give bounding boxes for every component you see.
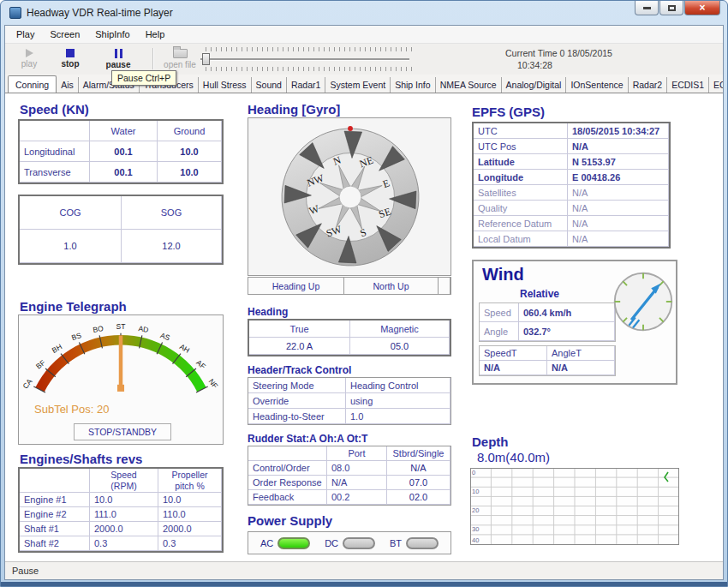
rudder-order-response-stbrd: 07.0	[387, 476, 451, 490]
pause-button[interactable]: pause	[98, 45, 139, 72]
power-label-ac: AC	[260, 538, 273, 548]
engines-section-title: Engines/Shafts revs	[20, 452, 142, 466]
power-pill-2	[406, 537, 439, 549]
slider-track[interactable]	[200, 58, 409, 61]
tab-nmea-source[interactable]: NMEA Source	[436, 77, 502, 93]
depth-graph: 0 10 20 30 40	[470, 468, 679, 545]
track-heading-to-steer-value: 1.0	[346, 409, 451, 424]
wind-subtitle: Relative	[520, 288, 559, 300]
power-panel: AC DC BT	[248, 531, 451, 554]
telegraph-label-as: AS	[159, 331, 171, 342]
heading-magnetic-value: 05.0	[350, 338, 450, 355]
speed-transverse-ground: 10.0	[158, 162, 222, 183]
status-bar: Pause	[5, 561, 723, 579]
compass-rose: N NE E SE S SW W NW	[277, 123, 424, 271]
slider-ticks-top	[206, 47, 413, 51]
timeline-slider[interactable]	[200, 47, 415, 71]
rudder-control-order-port: 08.0	[327, 461, 387, 476]
track-row-override: Override	[248, 393, 346, 409]
engines-table: Speed (RPM) Propeller pitch % Engine #1 …	[18, 467, 224, 553]
speed-longitudinal-ground: 10.0	[158, 141, 222, 162]
wind-speedt-value: N/A	[480, 361, 547, 375]
telegraph-label-ad: AD	[138, 324, 149, 334]
maximize-button[interactable]	[659, 1, 683, 15]
titlebar[interactable]: Headway VDR Real-time Player	[1, 1, 727, 25]
close-button[interactable]	[684, 1, 720, 15]
menu-shipinfo[interactable]: ShipInfo	[87, 27, 137, 41]
speed-table: Water Ground Longitudinal 00.1 10.0 Tran…	[18, 119, 224, 184]
epfs-row-latitude: Latitude	[474, 154, 568, 170]
pause-label: pause	[106, 60, 131, 69]
toolbar-separator	[152, 48, 154, 69]
wind-dial	[612, 270, 675, 333]
engines-row-engine2: Engine #2	[20, 507, 90, 522]
epfs-reference-datum-value: N/A	[568, 216, 669, 231]
menu-screen[interactable]: Screen	[42, 27, 87, 41]
telegraph-label-bs: BS	[70, 331, 82, 342]
epfs-row-utc: UTC	[474, 123, 568, 139]
rudder-col-stbrd: Stbrd/Single	[387, 446, 451, 461]
engines-col-pitch: Propeller pitch %	[158, 469, 222, 493]
engines-row-shaft1: Shaft #1	[20, 522, 90, 536]
tab-analog-digital[interactable]: Analog/Digital	[502, 77, 567, 93]
tab-ecdis1[interactable]: ECDIS1	[667, 77, 709, 93]
speed-corner-cell	[20, 121, 90, 141]
rudder-feedback-port: 00.2	[327, 490, 387, 505]
track-control-table: Steering Mode Heading Control Override u…	[248, 377, 451, 425]
engines-row-shaft2: Shaft #2	[20, 536, 90, 551]
rudder-row-feedback: Feedback	[248, 490, 327, 505]
tab-ais[interactable]: Ais	[57, 77, 79, 93]
menu-play[interactable]: Play	[9, 27, 42, 41]
close-icon	[699, 3, 705, 13]
subtel-position: SubTel Pos: 20	[34, 403, 109, 416]
engine2-pitch: 110.0	[158, 507, 222, 522]
cog-sog-table: COG SOG 1.0 12.0	[18, 195, 224, 265]
tab-ionsentence[interactable]: IOnSentence	[566, 77, 628, 93]
menu-help[interactable]: Help	[138, 27, 173, 41]
tab-radar1[interactable]: Radar1	[287, 77, 325, 93]
tab-conning[interactable]: Conning	[8, 75, 57, 93]
view-buttons-stub	[439, 278, 451, 294]
app-icon	[9, 7, 21, 19]
tab-hull-stress[interactable]: Hull Stress	[199, 77, 252, 93]
maximize-icon	[668, 5, 676, 11]
rudder-row-control-order: Control/Order	[248, 461, 327, 476]
speed-transverse-water: 00.1	[90, 162, 158, 183]
minimize-button[interactable]	[635, 1, 659, 15]
tab-radar2[interactable]: Radar2	[629, 77, 667, 93]
telegraph-label-ca: CA	[21, 377, 33, 391]
engines-col-speed: Speed (RPM)	[90, 469, 158, 493]
window-controls	[634, 1, 720, 15]
compass-view-buttons: Heading Up North Up	[248, 277, 451, 295]
epfs-row-longitude: Longitude	[474, 170, 568, 185]
telegraph-panel: CA BF BH BS BO ST AD AS AH AF NF SubTel …	[18, 314, 224, 445]
speed-section-title: Speed (KN)	[20, 102, 89, 117]
heading-up-button[interactable]: Heading Up	[248, 278, 344, 294]
speed-row-longitudinal: Longitudinal	[20, 141, 90, 162]
tab-sound[interactable]: Sound	[252, 77, 287, 93]
pause-tooltip: Pause Ctrl+P	[111, 70, 176, 86]
wind-speed-label: Speed	[480, 303, 519, 322]
tab-system-event[interactable]: System Event	[325, 77, 391, 93]
telegraph-state-button[interactable]: STOP/STANDBY	[74, 423, 171, 440]
stop-button[interactable]: stop	[50, 45, 91, 72]
heading-col-magnetic: Magnetic	[350, 320, 450, 338]
slider-handle[interactable]	[202, 53, 210, 65]
depth-tick-40: 40	[472, 536, 479, 544]
telegraph-label-bo: BO	[92, 324, 104, 334]
north-up-button[interactable]: North Up	[344, 278, 439, 294]
current-time-date: Current Time 0 18/05/2015	[505, 48, 612, 60]
power-pill-1	[343, 537, 375, 549]
play-button[interactable]: play	[9, 45, 50, 72]
tab-ecdis2[interactable]: ECDIS2	[709, 77, 723, 93]
open-file-icon	[173, 49, 188, 58]
open-file-button[interactable]: open file	[159, 45, 200, 72]
engines-corner-cell	[20, 469, 90, 493]
tab-ship-info[interactable]: Ship Info	[391, 77, 435, 93]
rudder-order-response-port: N/A	[327, 476, 387, 490]
engine1-speed: 10.0	[90, 493, 158, 507]
sog-value: 12.0	[122, 230, 222, 263]
power-item-dc: DC	[325, 537, 375, 549]
epfs-utc-pos-value: N/A	[568, 139, 669, 154]
speed-row-transverse: Transverse	[20, 162, 90, 183]
